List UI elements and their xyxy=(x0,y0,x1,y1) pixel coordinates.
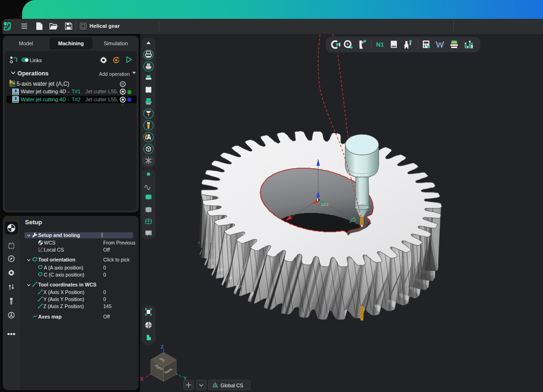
svg-text:X: X xyxy=(140,376,144,382)
svg-text:N1: N1 xyxy=(376,41,384,48)
svg-text:G54: G54 xyxy=(321,202,329,207)
svg-text:Z: Z xyxy=(161,344,164,350)
